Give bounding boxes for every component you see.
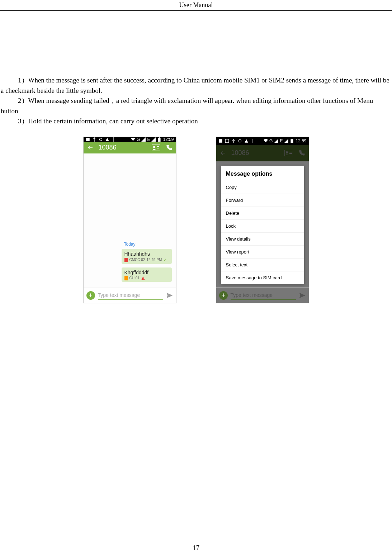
status-left-icons — [86, 137, 116, 142]
message-options-dialog: Message options Copy Forward Delete Lock… — [221, 166, 304, 284]
dialog-item-view-report[interactable]: View report — [221, 245, 304, 258]
contact-card-icon[interactable] — [152, 145, 160, 151]
page-number: 17 — [0, 544, 392, 552]
message-bubble-1[interactable]: Hhaahhdhs CMCC 02 12:49 PM ✓ — [122, 249, 172, 264]
call-icon[interactable] — [165, 144, 173, 151]
page-header-title: User Manual — [0, 0, 392, 11]
messages-area: Today Hhaahhdhs CMCC 02 12:49 PM ✓ Khgff… — [84, 153, 176, 288]
svg-rect-3 — [159, 137, 160, 138]
phone-screenshot-messaging: G E 12:59 10086 Today Hhaahhdhs CMCC 02 — [83, 137, 176, 303]
svg-rect-6 — [157, 146, 159, 147]
conversation-action-bar: 10086 — [84, 142, 176, 153]
paragraph-1: 1）When the message is sent after the suc… — [1, 75, 391, 96]
wifi-icon — [131, 137, 135, 142]
back-arrow-icon[interactable] — [87, 145, 94, 151]
svg-rect-0 — [86, 138, 90, 141]
signal-icon-2 — [151, 137, 156, 142]
status-right-icons: G E 12:59 — [131, 137, 174, 142]
input-row: + Type text message — [84, 288, 176, 303]
alert-triangle-icon — [141, 276, 145, 280]
dialog-item-forward[interactable]: Forward — [221, 194, 304, 207]
svg-point-1 — [99, 138, 102, 141]
warning-icon — [105, 137, 109, 142]
dialog-item-save-to-sim[interactable]: Save message to SIM card — [221, 271, 304, 284]
battery-icon — [157, 137, 161, 142]
dialog-item-select-text[interactable]: Select text — [221, 258, 304, 271]
body-paragraphs: 1）When the message is sent after the suc… — [0, 75, 392, 127]
message-meta: CU 01 — [124, 276, 169, 280]
dialog-overlay[interactable]: Message options Copy Forward Delete Lock… — [216, 137, 309, 303]
carrier-label: CMCC 02 — [129, 258, 145, 262]
checkmark-icon: ✓ — [163, 257, 167, 262]
sim-chip-icon — [124, 258, 128, 262]
status-bar: G E 12:59 — [84, 137, 176, 142]
svg-rect-7 — [157, 148, 159, 148]
paragraph-2: 2）When message sending failed，a red tria… — [1, 96, 391, 116]
today-divider: Today — [86, 242, 174, 247]
screenshots-row: G E 12:59 10086 Today Hhaahhdhs CMCC 02 — [0, 137, 392, 303]
dialog-item-copy[interactable]: Copy — [221, 181, 304, 194]
signal-e-label: E — [147, 137, 150, 142]
svg-rect-2 — [158, 138, 161, 142]
status-time: 12:59 — [163, 137, 174, 142]
add-attachment-button[interactable]: + — [86, 291, 95, 300]
message-input[interactable]: Type text message — [98, 291, 163, 300]
sim-chip-icon — [124, 276, 128, 280]
dialog-title: Message options — [221, 166, 304, 181]
dialog-item-lock[interactable]: Lock — [221, 219, 304, 232]
svg-point-5 — [153, 146, 155, 148]
phone-screenshot-options-dialog: G E 12:59 10086 + Type text message Mess… — [216, 137, 309, 303]
message-text: Hhaahhdhs — [124, 251, 169, 257]
signal-icon-1 — [141, 137, 146, 142]
svg-rect-9 — [143, 279, 143, 279]
rotate-icon — [99, 137, 103, 142]
dialog-item-view-details[interactable]: View details — [221, 232, 304, 245]
paragraph-3: 3）Hold the certain information, can carr… — [1, 116, 391, 127]
message-time: 12:49 PM — [146, 258, 162, 262]
usb-icon-2 — [112, 137, 116, 142]
message-bubble-2[interactable]: Khgffddddf CU 01 — [122, 267, 172, 282]
carrier-label: CU 01 — [129, 276, 140, 280]
message-text: Khgffddddf — [124, 270, 169, 275]
conversation-title: 10086 — [99, 144, 117, 151]
send-icon[interactable] — [166, 292, 173, 299]
dialog-item-delete[interactable]: Delete — [221, 207, 304, 219]
signal-g-label: G — [137, 137, 140, 142]
message-meta: CMCC 02 12:49 PM ✓ — [124, 257, 169, 262]
svg-rect-8 — [143, 278, 143, 279]
usb-icon — [92, 137, 96, 142]
sim-icon — [86, 137, 90, 142]
